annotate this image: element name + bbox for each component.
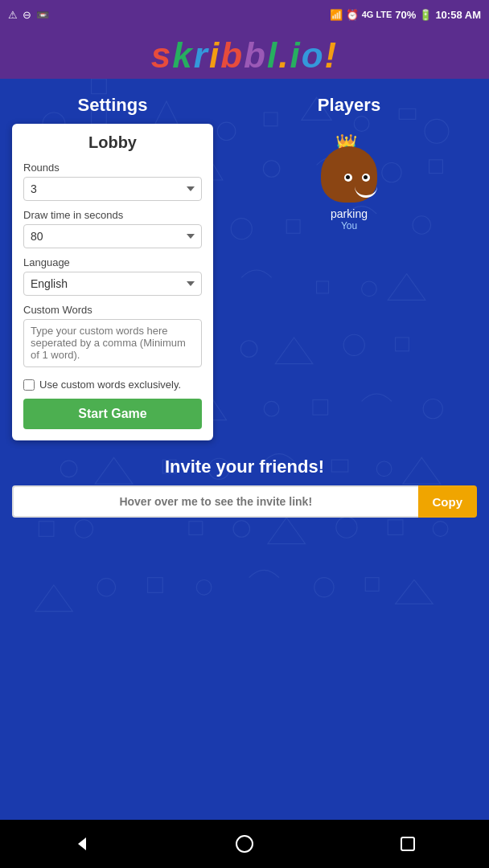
invite-row: Copy bbox=[12, 485, 477, 518]
settings-column: Settings Lobby Rounds 3 4 5 6 7 8 bbox=[12, 95, 213, 440]
svg-point-51 bbox=[236, 836, 253, 852]
battery-icon: 🔋 bbox=[419, 9, 432, 21]
status-bar-left: ⚠ ⊖ 📼 bbox=[8, 9, 49, 21]
invite-section: Invite your friends! Copy bbox=[0, 457, 489, 534]
warning-icon: ⚠ bbox=[8, 9, 18, 21]
svg-rect-52 bbox=[401, 837, 414, 850]
language-label: Language bbox=[23, 256, 202, 268]
exclusive-label[interactable]: Use custom words exclusively. bbox=[39, 379, 181, 391]
lte-icon: 4G LTE bbox=[362, 10, 392, 19]
players-column: Players 👑 bbox=[221, 95, 477, 440]
cassette-icon: 📼 bbox=[36, 9, 49, 21]
home-button[interactable] bbox=[228, 828, 261, 860]
exclusive-words-row: Use custom words exclusively. bbox=[23, 379, 202, 391]
svg-rect-46 bbox=[148, 578, 163, 593]
back-button[interactable] bbox=[65, 828, 97, 860]
alarm-icon: ⏰ bbox=[346, 9, 359, 21]
player-list: 👑 parking bbox=[221, 124, 477, 231]
bottom-navigation bbox=[0, 820, 489, 868]
rounds-group: Rounds 3 4 5 6 7 8 bbox=[23, 162, 202, 201]
avatar: 👑 bbox=[313, 132, 385, 204]
draw-time-select[interactable]: 80 60 90 120 bbox=[23, 224, 202, 248]
players-header: Players bbox=[221, 95, 477, 116]
svg-marker-50 bbox=[78, 837, 86, 850]
language-group: Language English German French bbox=[23, 256, 202, 296]
settings-header: Settings bbox=[12, 95, 213, 116]
svg-point-47 bbox=[196, 579, 212, 595]
exclusive-checkbox[interactable] bbox=[23, 379, 35, 391]
rounds-select[interactable]: 3 4 5 6 7 8 bbox=[23, 177, 202, 201]
start-game-button[interactable]: Start Game bbox=[23, 399, 202, 429]
custom-words-label: Custom Words bbox=[23, 304, 202, 316]
lobby-title: Lobby bbox=[23, 133, 202, 152]
app-header: skribbl.io! bbox=[0, 29, 489, 79]
custom-words-group: Custom Words bbox=[23, 304, 202, 371]
avatar-smile bbox=[355, 186, 377, 198]
invite-title: Invite your friends! bbox=[12, 457, 477, 477]
language-select[interactable]: English German French bbox=[23, 272, 202, 296]
back-icon bbox=[72, 834, 91, 854]
recent-apps-icon bbox=[398, 834, 417, 854]
clock: 10:58 AM bbox=[435, 9, 481, 21]
avatar-face bbox=[329, 161, 385, 217]
draw-time-label: Draw time in seconds bbox=[23, 209, 202, 221]
avatar-body bbox=[321, 146, 377, 203]
avatar-eyes bbox=[344, 174, 370, 182]
svg-rect-49 bbox=[365, 578, 379, 592]
app-logo: skribbl.io! bbox=[0, 35, 489, 76]
avatar-eye-right bbox=[362, 174, 370, 182]
status-bar-right: 📶 ⏰ 4G LTE 70% 🔋 10:58 AM bbox=[330, 9, 481, 21]
custom-words-textarea[interactable] bbox=[23, 319, 202, 367]
signal-strength-icon: 📶 bbox=[330, 9, 343, 21]
copy-button[interactable]: Copy bbox=[418, 485, 478, 518]
home-icon bbox=[235, 834, 254, 854]
main-content: Settings Lobby Rounds 3 4 5 6 7 8 bbox=[0, 79, 489, 457]
status-bar: ⚠ ⊖ 📼 📶 ⏰ 4G LTE 70% 🔋 10:58 AM bbox=[0, 0, 489, 29]
avatar-eye-left bbox=[344, 174, 352, 182]
settings-panel: Lobby Rounds 3 4 5 6 7 8 Draw time in s bbox=[12, 124, 213, 440]
minus-icon: ⊖ bbox=[23, 9, 31, 21]
invite-link-input[interactable] bbox=[12, 485, 418, 518]
rounds-label: Rounds bbox=[23, 162, 202, 174]
battery-percentage: 70% bbox=[395, 9, 416, 21]
player-you-label: You bbox=[341, 220, 357, 231]
recent-apps-button[interactable] bbox=[392, 828, 424, 860]
svg-point-48 bbox=[314, 578, 334, 597]
draw-time-group: Draw time in seconds 80 60 90 120 bbox=[23, 209, 202, 248]
svg-point-45 bbox=[97, 579, 115, 596]
